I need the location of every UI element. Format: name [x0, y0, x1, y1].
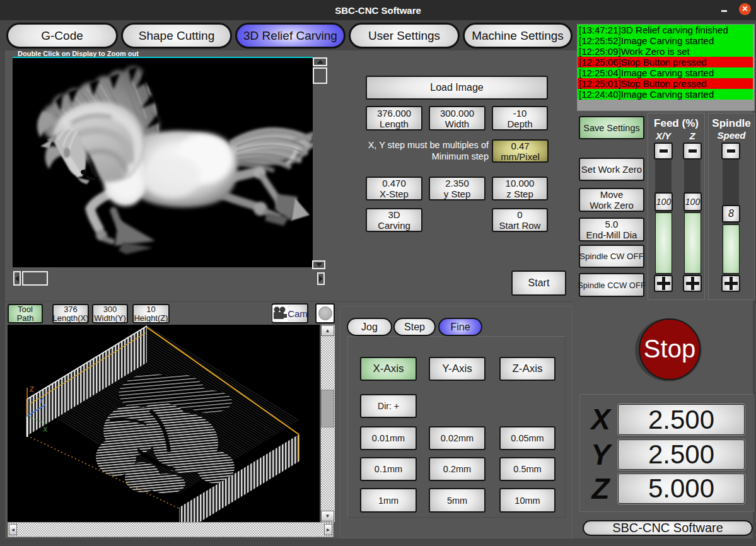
- svg-text:Y: Y: [39, 397, 44, 404]
- svg-text:Z: Z: [30, 385, 34, 393]
- svg-text:X: X: [43, 426, 48, 433]
